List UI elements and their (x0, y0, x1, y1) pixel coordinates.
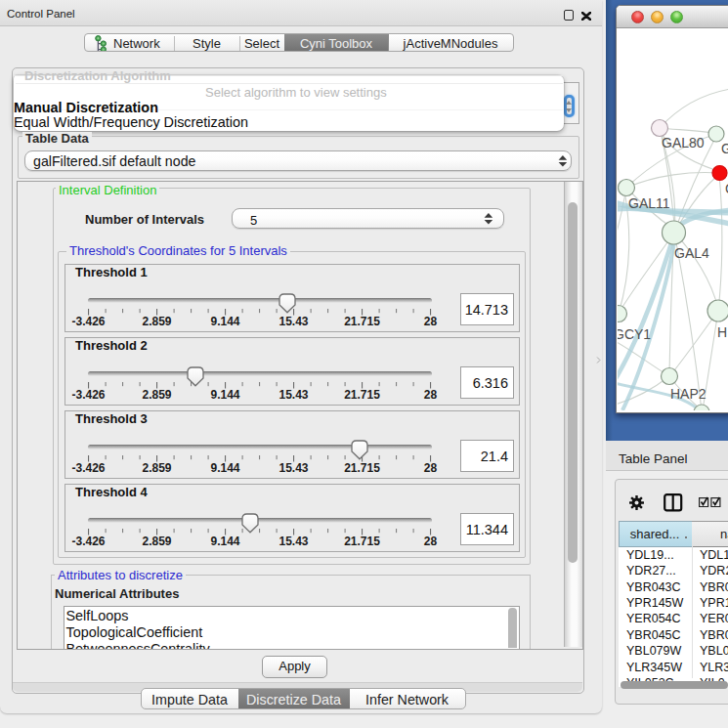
svg-text:GCY1: GCY1 (618, 326, 651, 342)
svg-text:GAL80: GAL80 (662, 135, 705, 150)
svg-text:G.: G. (721, 141, 728, 156)
svg-text:HAP2: HAP2 (670, 386, 707, 402)
svg-text:GAL11: GAL11 (628, 195, 670, 211)
svg-text:GAL4: GAL4 (674, 245, 709, 261)
svg-text:H: H (717, 324, 727, 340)
